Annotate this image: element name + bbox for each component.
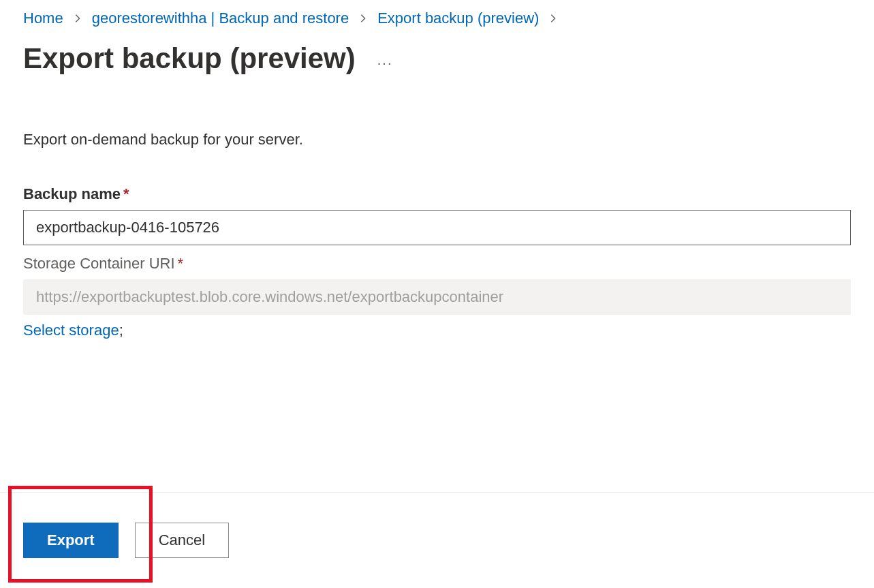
breadcrumb-export[interactable]: Export backup (preview)	[377, 10, 539, 27]
select-storage-suffix: ;	[119, 322, 123, 339]
export-button[interactable]: Export	[23, 523, 119, 558]
breadcrumb: Home georestorewithha | Backup and resto…	[23, 10, 851, 27]
page-title: Export backup (preview)	[23, 42, 356, 75]
page-description: Export on-demand backup for your server.	[23, 131, 851, 149]
storage-uri-label: Storage Container URI*	[23, 255, 851, 273]
footer-bar: Export Cancel	[0, 492, 874, 588]
breadcrumb-home[interactable]: Home	[23, 10, 63, 27]
cancel-button[interactable]: Cancel	[135, 523, 229, 558]
backup-name-input[interactable]	[23, 210, 851, 245]
chevron-right-icon	[73, 14, 82, 23]
chevron-right-icon	[358, 14, 368, 23]
backup-name-label: Backup name*	[23, 185, 851, 203]
more-actions-icon[interactable]: ···	[377, 47, 393, 71]
required-marker: *	[123, 185, 129, 202]
chevron-right-icon	[548, 14, 558, 23]
select-storage-link[interactable]: Select storage	[23, 322, 119, 339]
storage-uri-input[interactable]	[23, 279, 851, 315]
breadcrumb-server[interactable]: georestorewithha | Backup and restore	[92, 10, 349, 27]
required-marker: *	[178, 255, 184, 272]
